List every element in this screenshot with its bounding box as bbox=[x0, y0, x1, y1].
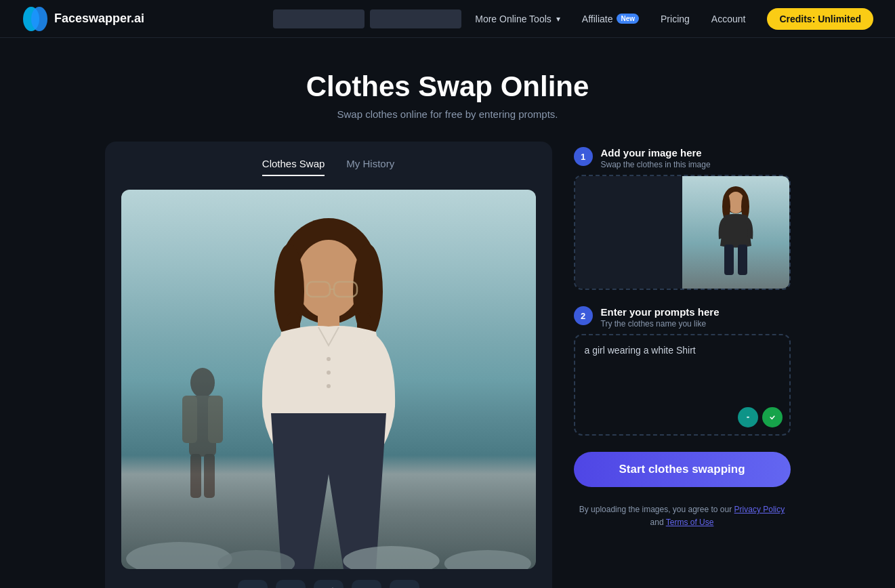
image-toolbar bbox=[121, 580, 536, 588]
step1-number: 1 bbox=[574, 147, 593, 166]
step2-info: Enter your prompts here Try the clothes … bbox=[601, 306, 720, 329]
edit-button[interactable] bbox=[314, 580, 344, 588]
thumbnail-person bbox=[705, 185, 766, 280]
tab-clothes-swap[interactable]: Clothes Swap bbox=[262, 158, 325, 176]
svg-rect-6 bbox=[190, 454, 201, 498]
check-icon[interactable] bbox=[762, 407, 783, 427]
logo-icon bbox=[22, 5, 49, 33]
svg-point-23 bbox=[343, 546, 439, 569]
step2-title: Enter your prompts here bbox=[601, 306, 720, 318]
step1-subtitle: Swap the clothes in this image bbox=[601, 160, 711, 169]
pricing-link[interactable]: Pricing bbox=[652, 9, 698, 28]
svg-point-19 bbox=[327, 371, 331, 375]
preview-dark-half bbox=[575, 176, 682, 289]
account-link[interactable]: Account bbox=[703, 9, 754, 28]
start-swapping-button[interactable]: Start clothes swapping bbox=[574, 452, 791, 487]
zoom-button[interactable] bbox=[352, 580, 381, 588]
rocks-overlay bbox=[121, 515, 536, 569]
grammarly-icon[interactable] bbox=[738, 407, 758, 427]
terms-of-use-link[interactable]: Terms of Use bbox=[666, 518, 714, 527]
step2-header: 2 Enter your prompts here Try the clothe… bbox=[574, 306, 791, 329]
svg-rect-35 bbox=[738, 245, 747, 275]
hero-section: Clothes Swap Online Swap clothes online … bbox=[0, 38, 895, 142]
blurred-nav-item-1: ████████ bbox=[273, 9, 365, 28]
affiliate-link[interactable]: Affiliate New bbox=[574, 9, 647, 28]
hero-subtitle: Swap clothes online for free by entering… bbox=[0, 108, 895, 120]
tab-my-history[interactable]: My History bbox=[346, 158, 394, 176]
logo-text: Faceswapper.ai bbox=[54, 12, 144, 26]
legal-text: By uploading the images, you agree to ou… bbox=[574, 503, 791, 529]
upload-button[interactable] bbox=[238, 580, 268, 588]
svg-rect-34 bbox=[724, 245, 734, 275]
nav-links: More Online Tools Affiliate New Pricing … bbox=[467, 8, 873, 30]
image-preview-area bbox=[121, 190, 536, 569]
svg-point-22 bbox=[217, 550, 295, 569]
step2-section: 2 Enter your prompts here Try the clothe… bbox=[574, 306, 791, 436]
blurred-nav-item-2: ████████ bbox=[370, 9, 461, 28]
privacy-policy-link[interactable]: Privacy Policy bbox=[734, 505, 785, 514]
step1-title: Add your image here bbox=[601, 147, 711, 159]
svg-point-21 bbox=[126, 542, 232, 569]
preview-image-bg bbox=[575, 176, 789, 289]
logo[interactable]: Faceswapper.ai bbox=[22, 5, 144, 33]
step2-number: 2 bbox=[574, 306, 593, 325]
hero-title: Clothes Swap Online bbox=[0, 70, 895, 103]
step1-header: 1 Add your image here Swap the clothes i… bbox=[574, 147, 791, 169]
svg-point-18 bbox=[327, 357, 331, 361]
prompt-box: a girl wearing a white Shirt bbox=[574, 334, 791, 436]
svg-point-9 bbox=[296, 240, 361, 318]
prompt-icon-bar bbox=[738, 407, 783, 427]
step1-image-box[interactable] bbox=[574, 175, 791, 290]
more-tools-link[interactable]: More Online Tools bbox=[467, 9, 568, 28]
step1-section: 1 Add your image here Swap the clothes i… bbox=[574, 147, 791, 290]
step1-info: Add your image here Swap the clothes in … bbox=[601, 147, 711, 169]
tab-bar: Clothes Swap My History bbox=[121, 158, 536, 176]
delete-button[interactable] bbox=[276, 580, 306, 588]
prompt-input[interactable]: a girl wearing a white Shirt bbox=[585, 345, 780, 413]
svg-point-1 bbox=[31, 7, 47, 31]
svg-point-2 bbox=[190, 368, 215, 398]
right-panel: 1 Add your image here Swap the clothes i… bbox=[574, 142, 791, 588]
navbar: Faceswapper.ai ████████ ████████ More On… bbox=[0, 0, 895, 38]
svg-point-37 bbox=[768, 413, 776, 421]
affiliate-badge: New bbox=[617, 14, 639, 24]
svg-point-24 bbox=[444, 550, 530, 569]
credits-button[interactable]: Credits: Unlimited bbox=[767, 8, 873, 30]
step2-subtitle: Try the clothes name you like bbox=[601, 319, 720, 329]
preview-photo-half bbox=[682, 176, 789, 289]
main-content: Clothes Swap My History bbox=[0, 142, 895, 588]
svg-point-20 bbox=[327, 384, 331, 388]
download-button[interactable] bbox=[390, 580, 419, 588]
left-panel: Clothes Swap My History bbox=[105, 142, 552, 588]
svg-rect-4 bbox=[182, 396, 197, 443]
